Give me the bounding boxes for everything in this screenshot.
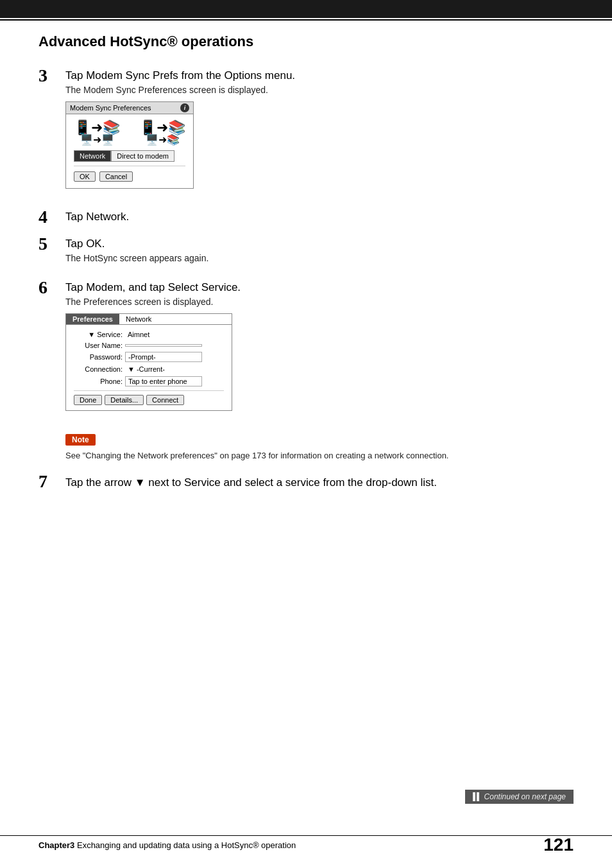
top-bar — [0, 0, 612, 18]
step-6: 6 Tap Modem, and tap Select Service. The… — [38, 281, 574, 421]
modem-sync-cancel-btn[interactable]: Cancel — [99, 171, 133, 182]
service-value: Aimnet — [125, 330, 152, 339]
pref-buttons-row: Done Details... Connect — [74, 390, 224, 405]
continued-banner: Continued on next page — [465, 790, 574, 804]
footer-page: 121 — [543, 835, 574, 855]
continued-bar-2 — [477, 792, 479, 801]
step-7: 7 Tap the arrow ▼ next to Service and se… — [38, 475, 574, 490]
step-3-desc: The Modem Sync Preferences screen is dis… — [65, 85, 574, 95]
step-7-number: 7 — [38, 473, 65, 490]
step-6-desc: The Preferences screen is displayed. — [65, 297, 574, 307]
continued-bar-1 — [473, 792, 475, 801]
pref-body: ▼ Service: Aimnet User Name: Password: -… — [66, 325, 232, 410]
sync-icons-row: 📱➜📚 🖥️➜🖥️ 📱➜📚 🖥️➜📚 — [74, 121, 185, 145]
page-title-text: Advanced HotSync® operations — [38, 33, 253, 49]
connection-value: ▼ -Current- — [125, 365, 167, 374]
preferences-screen: Preferences Network ▼ Service: Aimnet Us… — [65, 313, 232, 411]
phone-value[interactable]: Tap to enter phone — [125, 376, 202, 386]
page-title: Advanced HotSync® operations — [38, 33, 574, 50]
step-3: 3 Tap Modem Sync Prefs from the Options … — [38, 69, 574, 199]
network-icon-bottom: 🖥️➜🖥️ — [80, 135, 114, 145]
note-text: See "Changing the Network preferences" o… — [65, 449, 574, 462]
footer-left: Chapter3 Exchanging and updating data us… — [38, 840, 296, 850]
modem-sync-title: Modem Sync Preferences — [70, 104, 151, 112]
step-3-number: 3 — [38, 67, 65, 85]
footer-desc: Exchanging and updating data using a Hot… — [74, 840, 296, 850]
phone-row: Phone: Tap to enter phone — [74, 376, 224, 386]
continued-text: Continued on next page — [484, 792, 566, 801]
pref-done-btn[interactable]: Done — [74, 395, 102, 405]
step-6-content: Tap Modem, and tap Select Service. The P… — [65, 281, 574, 421]
direct-modem-icon-group: 📱➜📚 🖥️➜📚 — [139, 121, 185, 145]
note-badge: Note — [65, 434, 96, 446]
step-7-heading: Tap the arrow ▼ next to Service and sele… — [65, 475, 437, 490]
step-4: 4 Tap Network. — [38, 211, 574, 226]
step-6-number: 6 — [38, 279, 65, 297]
step-3-heading: Tap Modem Sync Prefs from the Options me… — [65, 69, 574, 82]
pref-titlebar: Preferences Network — [66, 314, 232, 325]
continued-bars — [473, 792, 479, 801]
direct-modem-icon-bottom: 🖥️➜📚 — [146, 135, 180, 145]
username-value[interactable] — [125, 344, 202, 347]
pref-title-right: Network — [119, 314, 158, 324]
phone-label: Phone: — [74, 378, 125, 385]
footer-chapter: Chapter3 — [38, 840, 74, 850]
step-4-content: Tap Network. — [65, 211, 574, 226]
modem-sync-ok-btn[interactable]: OK — [74, 171, 96, 182]
step-5-number: 5 — [38, 235, 65, 253]
password-row: Password: -Prompt- — [74, 352, 224, 362]
step-4-heading: Tap Network. — [65, 211, 574, 223]
step-5-desc: The HotSync screen appears again. — [65, 253, 574, 263]
pref-details-btn[interactable]: Details... — [105, 395, 144, 405]
username-row: User Name: — [74, 342, 224, 349]
step-6-heading: Tap Modem, and tap Select Service. — [65, 281, 574, 294]
network-icon-group: 📱➜📚 🖥️➜🖥️ — [74, 121, 120, 145]
connection-row: Connection: ▼ -Current- — [74, 365, 224, 374]
password-value[interactable]: -Prompt- — [125, 352, 202, 362]
info-icon: i — [180, 103, 189, 112]
screen-option-row: Network Direct to modem — [74, 150, 185, 162]
service-label: ▼ Service: — [74, 331, 125, 338]
step-5-content: Tap OK. The HotSync screen appears again… — [65, 238, 574, 270]
note-section: Note See "Changing the Network preferenc… — [38, 434, 574, 462]
network-icon-top: 📱➜📚 — [74, 121, 120, 135]
password-label: Password: — [74, 353, 125, 361]
pref-title-tab: Preferences — [66, 314, 119, 324]
direct-modem-option-btn[interactable]: Direct to modem — [111, 150, 174, 162]
service-row: ▼ Service: Aimnet — [74, 330, 224, 339]
connection-label: Connection: — [74, 365, 125, 373]
footer: Chapter3 Exchanging and updating data us… — [38, 835, 574, 855]
step-4-number: 4 — [38, 208, 65, 226]
username-label: User Name: — [74, 342, 125, 349]
network-option-btn[interactable]: Network — [74, 150, 111, 162]
modem-sync-body: 📱➜📚 🖥️➜🖥️ 📱➜📚 🖥️➜📚 Network Direct to mod… — [66, 114, 193, 188]
pref-connect-btn[interactable]: Connect — [146, 395, 184, 405]
modem-sync-titlebar: Modem Sync Preferences i — [66, 102, 193, 114]
step-3-content: Tap Modem Sync Prefs from the Options me… — [65, 69, 574, 199]
modem-sync-screen: Modem Sync Preferences i 📱➜📚 🖥️➜🖥️ 📱➜📚 — [65, 101, 194, 189]
page-content: Advanced HotSync® operations 3 Tap Modem… — [0, 21, 612, 529]
step-5: 5 Tap OK. The HotSync screen appears aga… — [38, 238, 574, 270]
direct-modem-icon-top: 📱➜📚 — [139, 121, 185, 135]
step-5-heading: Tap OK. — [65, 238, 574, 250]
modem-sync-buttons: OK Cancel — [74, 166, 185, 182]
